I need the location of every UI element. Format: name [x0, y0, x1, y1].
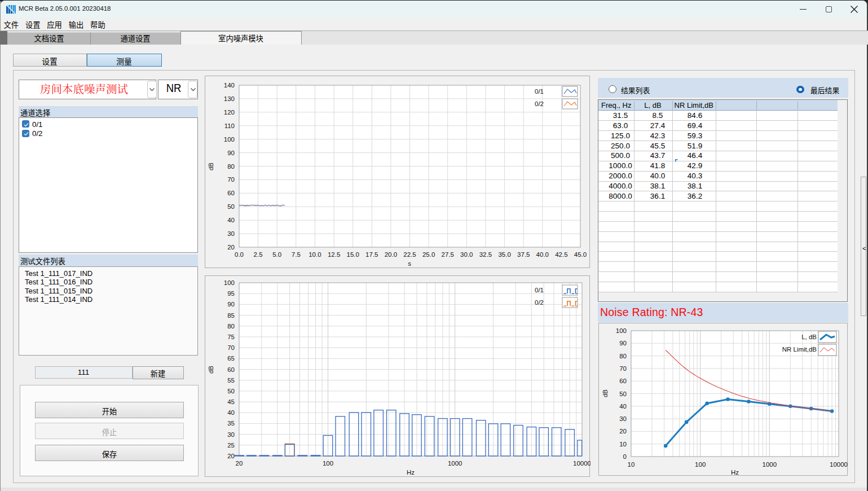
- svg-text:1000: 1000: [448, 460, 462, 467]
- svg-text:s: s: [408, 260, 411, 267]
- svg-text:10.0: 10.0: [309, 251, 321, 258]
- svg-text:20.0: 20.0: [385, 251, 397, 258]
- svg-text:65: 65: [227, 355, 235, 362]
- svg-text:90: 90: [227, 150, 235, 156]
- svg-text:55: 55: [227, 377, 235, 384]
- svg-text:70: 70: [227, 344, 235, 351]
- svg-text:10: 10: [619, 441, 627, 448]
- svg-text:40: 40: [227, 409, 235, 416]
- svg-text:100: 100: [695, 461, 706, 468]
- svg-text:60: 60: [619, 378, 627, 384]
- svg-text:10: 10: [628, 461, 635, 468]
- svg-text:45.0: 45.0: [574, 251, 587, 258]
- svg-text:85: 85: [227, 312, 235, 319]
- svg-text:140: 140: [224, 82, 235, 89]
- svg-text:2.5: 2.5: [254, 251, 263, 258]
- svg-text:0/2: 0/2: [535, 100, 544, 107]
- svg-text:dB: dB: [602, 389, 609, 397]
- svg-text:NR Limit,dB: NR Limit,dB: [782, 346, 817, 353]
- svg-text:30.0: 30.0: [460, 251, 473, 258]
- svg-text:20: 20: [227, 453, 235, 459]
- svg-text:80: 80: [227, 163, 235, 170]
- svg-text:35: 35: [227, 420, 235, 427]
- svg-text:70: 70: [619, 365, 627, 372]
- svg-text:90: 90: [619, 340, 627, 347]
- svg-text:100: 100: [323, 460, 333, 467]
- svg-text:12.5: 12.5: [328, 251, 340, 258]
- svg-text:100: 100: [224, 279, 235, 286]
- svg-text:10000: 10000: [830, 461, 848, 468]
- svg-text:17.5: 17.5: [365, 251, 378, 258]
- svg-text:0/2: 0/2: [535, 299, 544, 306]
- svg-text:90: 90: [227, 301, 235, 308]
- svg-text:0: 0: [623, 453, 627, 460]
- svg-text:30: 30: [619, 415, 627, 422]
- svg-text:15.0: 15.0: [347, 251, 359, 258]
- svg-text:30: 30: [227, 431, 235, 438]
- svg-text:20: 20: [619, 428, 627, 435]
- svg-text:110: 110: [224, 122, 235, 129]
- svg-text:60: 60: [227, 366, 235, 373]
- svg-text:130: 130: [224, 95, 235, 102]
- svg-text:Hz: Hz: [407, 469, 415, 476]
- svg-text:75: 75: [227, 334, 235, 340]
- svg-text:95: 95: [227, 290, 235, 297]
- svg-text:25.0: 25.0: [422, 251, 435, 258]
- svg-text:30: 30: [227, 230, 235, 237]
- svg-text:40.0: 40.0: [536, 251, 549, 258]
- svg-text:dB: dB: [208, 366, 214, 374]
- svg-text:Hz: Hz: [731, 469, 739, 476]
- svg-text:0/1: 0/1: [535, 287, 544, 293]
- svg-text:50: 50: [227, 388, 235, 394]
- svg-text:10000: 10000: [573, 460, 591, 467]
- svg-text:20: 20: [227, 244, 235, 251]
- svg-text:50: 50: [619, 391, 627, 397]
- svg-text:7.5: 7.5: [292, 251, 301, 258]
- svg-text:35.0: 35.0: [498, 251, 510, 258]
- svg-text:50: 50: [227, 203, 235, 210]
- svg-text:60: 60: [227, 190, 235, 196]
- svg-text:1000: 1000: [763, 461, 777, 468]
- svg-text:27.5: 27.5: [442, 251, 454, 258]
- svg-text:37.5: 37.5: [517, 251, 530, 258]
- svg-text:25: 25: [227, 442, 235, 449]
- svg-text:42.5: 42.5: [555, 251, 567, 258]
- svg-text:22.5: 22.5: [403, 251, 416, 258]
- svg-text:L, dB: L, dB: [801, 334, 817, 340]
- svg-text:32.5: 32.5: [479, 251, 492, 258]
- svg-text:80: 80: [227, 323, 235, 330]
- svg-text:dB: dB: [208, 163, 214, 170]
- svg-text:40: 40: [619, 403, 627, 410]
- svg-text:40: 40: [227, 217, 235, 223]
- svg-text:70: 70: [227, 176, 235, 183]
- svg-text:45: 45: [227, 398, 235, 405]
- svg-text:100: 100: [224, 136, 235, 143]
- svg-text:120: 120: [224, 109, 235, 116]
- svg-text:0/1: 0/1: [535, 88, 544, 95]
- svg-text:20: 20: [236, 460, 243, 467]
- svg-text:5.0: 5.0: [272, 251, 281, 258]
- svg-text:0.0: 0.0: [235, 251, 244, 258]
- svg-text:100: 100: [616, 327, 627, 334]
- svg-text:80: 80: [619, 353, 627, 360]
